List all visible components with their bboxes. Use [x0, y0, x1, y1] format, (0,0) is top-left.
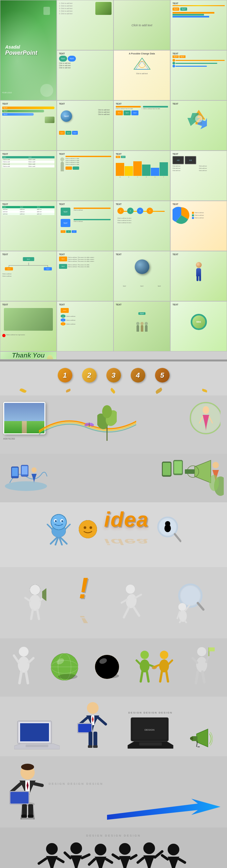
- slide-chart-1[interactable]: TEXT TEXT TEXT: [170, 0, 227, 50]
- svg-rect-152: [28, 804, 33, 815]
- slide-sphere-2[interactable]: TEXT TEXTTEXTTEXT: [113, 251, 170, 301]
- svg-line-67: [124, 608, 129, 617]
- slide-map[interactable]: TEXT Click to add text for map location: [0, 301, 57, 351]
- slide-timeline[interactable]: TEXT 1 2 3 4 Click to add text for item …: [113, 201, 170, 251]
- svg-rect-21: [22, 466, 28, 474]
- badge-3[interactable]: 3: [106, 368, 121, 382]
- svg-rect-151: [22, 804, 27, 815]
- slide-arrows-1[interactable]: TEXT TEXT TEXT TEXT: [0, 100, 57, 151]
- slide-hand-touch[interactable]: TEXT idea: [170, 301, 227, 351]
- slide-text-2[interactable]: TEXT TEXT TEXT Click to add text Click t…: [57, 50, 113, 100]
- svg-point-57: [30, 585, 40, 595]
- svg-point-55: [164, 524, 171, 532]
- svg-point-95: [140, 651, 149, 659]
- slide-bars-1[interactable]: TEXT TEXT TEXT: [170, 50, 227, 100]
- figure-flag: [189, 646, 215, 689]
- svg-line-166: [131, 856, 136, 859]
- slide-table-1[interactable]: TEXT TEXTTEXT Click to addClick to add C…: [0, 151, 57, 201]
- svg-rect-133: [139, 742, 162, 746]
- svg-line-169: [155, 851, 162, 857]
- tech-elements-row: [0, 454, 227, 502]
- butterfly: [84, 422, 94, 429]
- badge-5[interactable]: 5: [155, 368, 170, 382]
- svg-line-172: [179, 859, 185, 863]
- svg-text:DESIGN: DESIGN: [144, 728, 154, 731]
- svg-point-109: [196, 657, 207, 672]
- badge-2[interactable]: 2: [82, 368, 97, 382]
- slide-long-text-1[interactable]: TEXT TEXT Click to add text. This area i…: [57, 251, 113, 301]
- svg-line-81: [29, 658, 33, 663]
- slide-box-flow[interactable]: TEXT TEXT Click to add text TEXT Click t…: [57, 201, 113, 251]
- svg-point-161: [95, 844, 106, 856]
- svg-point-42: [51, 515, 66, 530]
- svg-point-78: [19, 647, 29, 656]
- svg-line-80: [14, 655, 19, 663]
- svg-line-77: [185, 621, 186, 622]
- slide-bar-chart-2[interactable]: TEXT TEXT TEXT ABCDEF: [113, 151, 170, 201]
- slide-people-group[interactable]: TEXT: [113, 301, 170, 351]
- svg-point-102: [160, 651, 168, 659]
- laptop-black: DESIGN DESIGN DESIGN DESIGN: [126, 716, 175, 753]
- slide-data-1[interactable]: A Possible Change Data Click to add text: [113, 50, 170, 100]
- plant-element: [97, 402, 117, 441]
- svg-point-45: [55, 520, 57, 522]
- svg-line-160: [82, 855, 89, 858]
- svg-line-53: [175, 534, 181, 541]
- svg-rect-129: [88, 745, 92, 748]
- slide-org-chart[interactable]: TEXT TEXT TEXT TEXT Click to add text Cl…: [0, 251, 57, 301]
- badge-4[interactable]: 4: [131, 368, 145, 382]
- watermark-2: DESIGN DESIGN DESIGN: [0, 834, 227, 837]
- svg-rect-127: [88, 732, 92, 746]
- slide-biz-man[interactable]: TEXT: [170, 251, 227, 301]
- svg-point-46: [61, 520, 63, 522]
- slide-title-cell[interactable]: Asadal PowerPoint YOUR LOGO: [0, 0, 57, 100]
- blue-arrow: [107, 797, 221, 824]
- svg-line-62: [37, 610, 39, 619]
- exclamation-mark: ! !: [79, 574, 88, 632]
- slide-pie-1[interactable]: TEXT Click to add text Click to add text…: [170, 201, 227, 251]
- svg-line-83: [26, 672, 28, 683]
- svg-line-68: [134, 608, 139, 616]
- svg-point-136: [190, 737, 193, 740]
- svg-point-58: [29, 595, 41, 611]
- figure-arm-raised: [12, 646, 35, 689]
- magnifier-figure: [176, 581, 205, 624]
- svg-point-158: [70, 842, 82, 854]
- leaf-4: [155, 388, 163, 394]
- slide-bubbles[interactable]: TEXT TEXT O Click to add text O Click to…: [57, 301, 113, 351]
- slide-list-cell[interactable]: 1. Click to add text 2. Click to add tex…: [57, 0, 113, 50]
- slide-table-2[interactable]: TEXT TEXTTEXTTEXT add textadd textadd te…: [0, 201, 57, 251]
- slide-arrows-cycle[interactable]: TEXT: [170, 100, 227, 151]
- svg-point-29: [212, 462, 219, 468]
- slide-sphere-1[interactable]: TEXT TEXT Click to add text Click to add…: [57, 100, 113, 151]
- click-add-text: Click to add text: [131, 24, 152, 27]
- svg-point-63: [126, 585, 135, 594]
- gold-smiley: [78, 520, 97, 540]
- svg-rect-19: [12, 468, 18, 476]
- slide-thank-you[interactable]: Thank You: [0, 351, 57, 360]
- elements-row-2: [0, 639, 227, 697]
- svg-line-106: [160, 672, 162, 681]
- magnifier: [155, 515, 181, 545]
- svg-rect-24: [163, 463, 171, 475]
- svg-point-17: [5, 481, 47, 491]
- slide-clickadd-cell[interactable]: Click to add text: [113, 0, 170, 50]
- svg-marker-1: [136, 61, 148, 69]
- slide-laptop-1[interactable]: TEXT A B A B Click add textClick add tex…: [170, 151, 227, 201]
- slide-person-1[interactable]: TEXT Click to add text in slide Click to…: [57, 151, 113, 201]
- business-man-laptop: [75, 700, 111, 753]
- handshake-figures: [135, 649, 174, 686]
- badge-1[interactable]: 1: [58, 368, 72, 382]
- svg-rect-154: [28, 814, 33, 818]
- svg-line-162: [89, 859, 95, 864]
- svg-point-3: [195, 115, 203, 123]
- slide-text-cols[interactable]: TEXT Click to add text here for slide Cl…: [113, 100, 170, 151]
- svg-point-64: [125, 593, 138, 609]
- svg-line-59: [25, 598, 30, 601]
- svg-rect-150: [10, 792, 29, 804]
- sitting-businessman: [3, 760, 52, 826]
- svg-point-90: [58, 674, 78, 679]
- water-splash: [3, 463, 49, 494]
- svg-point-167: [143, 842, 155, 854]
- svg-line-124: [98, 718, 106, 724]
